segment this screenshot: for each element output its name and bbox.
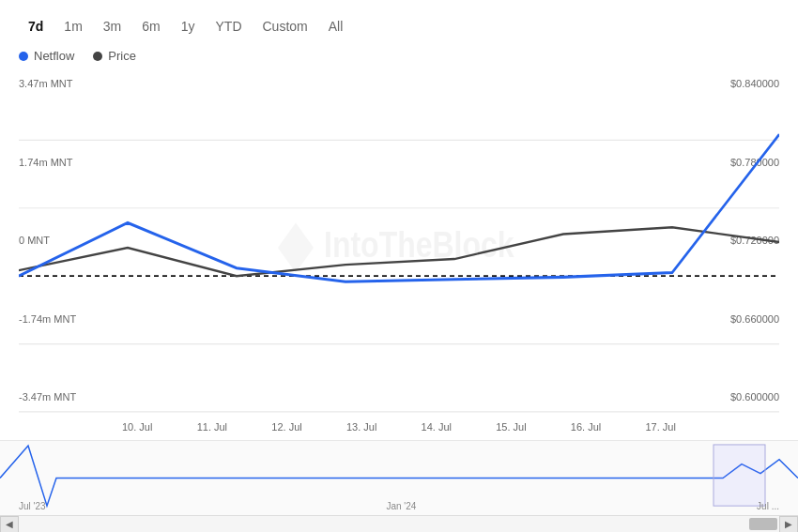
time-btn-custom[interactable]: Custom: [253, 15, 317, 38]
main-chart: 3.47m MNT1.74m MNT0 MNT-1.74m MNT-3.47m …: [0, 78, 798, 440]
mini-chart: Jul '23 Jan '24 Jul ...: [0, 440, 798, 515]
scroll-track[interactable]: [19, 516, 779, 532]
x-label-1: 11. Jul: [197, 421, 227, 440]
x-label-7: 17. Jul: [645, 421, 675, 440]
time-btn-1y[interactable]: 1y: [172, 15, 205, 38]
x-label-4: 14. Jul: [422, 421, 452, 440]
svg-rect-7: [714, 445, 765, 506]
time-btn-3m[interactable]: 3m: [94, 15, 130, 38]
x-label-0: 10. Jul: [122, 421, 152, 440]
legend-dot-price: [93, 52, 102, 61]
x-axis: 10. Jul11. Jul12. Jul13. Jul14. Jul15. J…: [56, 418, 742, 440]
legend-label-netflow: Netflow: [34, 49, 74, 63]
chart-svg-area: IntoTheBlock: [19, 78, 779, 440]
scroll-left-arrow[interactable]: ◀: [0, 516, 19, 533]
legend-label-price: Price: [108, 49, 136, 63]
legend-item-netflow: Netflow: [19, 49, 74, 63]
legend-dot-netflow: [19, 52, 28, 61]
time-btn-6m[interactable]: 6m: [132, 15, 169, 38]
scrollbar[interactable]: ◀ ▶: [0, 515, 798, 532]
svg-text:IntoTheBlock: IntoTheBlock: [324, 224, 514, 266]
time-btn-7d[interactable]: 7d: [19, 15, 53, 38]
chart-container: 3.47m MNT1.74m MNT0 MNT-1.74m MNT-3.47m …: [0, 78, 798, 532]
main-container: 7d1m3m6m1yYTDCustomAll Netflow Price 3.4…: [0, 0, 798, 532]
time-btn-1m[interactable]: 1m: [54, 15, 91, 38]
time-btn-ytd[interactable]: YTD: [207, 15, 252, 38]
svg-marker-0: [278, 222, 314, 272]
scroll-thumb[interactable]: [749, 518, 777, 530]
time-btn-all[interactable]: All: [319, 15, 353, 38]
mini-label-2: Jan '24: [386, 501, 416, 511]
chart-legend: Netflow Price: [0, 49, 798, 78]
x-label-3: 13. Jul: [346, 421, 376, 440]
mini-label-1: Jul '23: [19, 501, 46, 511]
x-label-5: 15. Jul: [496, 421, 526, 440]
time-range-selector: 7d1m3m6m1yYTDCustomAll: [0, 15, 798, 49]
mini-x-labels: Jul '23 Jan '24 Jul ...: [0, 501, 798, 511]
mini-label-3: Jul ...: [757, 501, 779, 511]
x-label-6: 16. Jul: [571, 421, 601, 440]
legend-item-price: Price: [93, 49, 136, 63]
scroll-right-arrow[interactable]: ▶: [779, 516, 798, 533]
x-label-2: 12. Jul: [271, 421, 301, 440]
